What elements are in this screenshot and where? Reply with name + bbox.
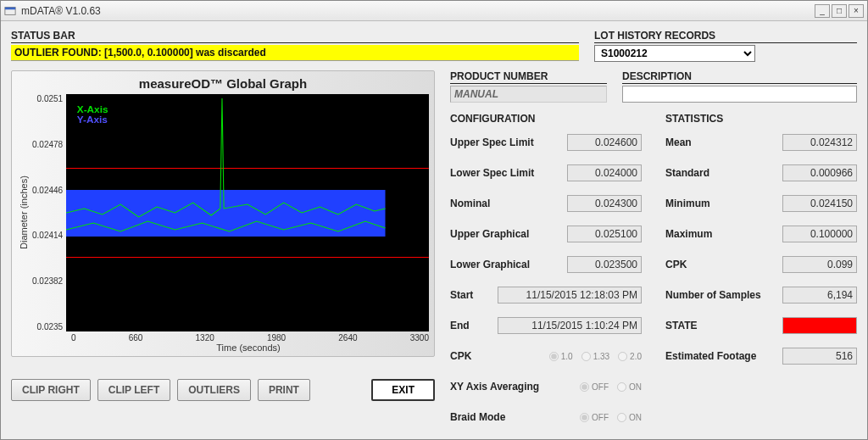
y-ticks: 0.02510.024780.024460.024140.023820.0235: [31, 94, 66, 331]
chart-legend: X-Axis Y-Axis: [77, 104, 108, 125]
config-heading: CONFIGURATION: [450, 113, 642, 125]
std-label: Standard: [665, 167, 709, 179]
app-window: mDATA® V1.0.63 _ □ × STATUS BAR OUTLIER …: [0, 0, 868, 440]
config-column: CONFIGURATION Upper Spec Limit0.024600 L…: [450, 113, 642, 438]
max-label: Maximum: [665, 228, 712, 240]
nominal-label: Nominal: [450, 198, 490, 209]
xyavg-radio-group: OFF ON: [580, 382, 642, 392]
description-field[interactable]: [622, 86, 857, 103]
lot-history-select[interactable]: S1000212: [594, 45, 755, 62]
x-axis-label: Time (seconds): [17, 343, 429, 353]
titlebar: mDATA® V1.0.63 _ □ ×: [1, 1, 867, 21]
chart-plot: X-Axis Y-Axis: [66, 94, 429, 331]
min-value: 0.024150: [782, 195, 857, 212]
exit-button[interactable]: EXIT: [371, 379, 435, 401]
description-heading: DESCRIPTION: [622, 70, 857, 84]
outliers-button[interactable]: OUTLIERS: [177, 379, 251, 401]
close-button[interactable]: ×: [849, 4, 864, 18]
std-value: 0.000966: [782, 164, 857, 181]
nominal-value: 0.024300: [567, 195, 642, 212]
state-label: STATE: [665, 320, 698, 331]
app-icon: [4, 5, 16, 17]
cpk-stat-value: 0.099: [782, 256, 857, 273]
cpk-opt-1[interactable]: [549, 352, 559, 361]
ugl-label: Upper Graphical: [450, 228, 529, 240]
cpk-opt-2[interactable]: [581, 352, 591, 361]
chart-title: measureOD™ Global Graph: [17, 76, 429, 91]
max-value: 0.100000: [782, 226, 857, 242]
footage-value: 516: [782, 348, 857, 365]
min-label: Minimum: [665, 198, 710, 209]
xyavg-on[interactable]: [617, 382, 626, 392]
usl-value: 0.024600: [567, 134, 642, 151]
cpk-config-label: CPK: [450, 350, 471, 362]
xyavg-label: XY Axis Averaging: [450, 381, 539, 393]
window-title: mDATA® V1.0.63: [21, 5, 101, 17]
samples-value: 6,194: [782, 287, 857, 304]
braid-off[interactable]: [580, 413, 589, 422]
lot-history-heading: LOT HISTORY RECORDS: [594, 30, 857, 43]
lgl-label: Lower Graphical: [450, 259, 530, 270]
print-button[interactable]: PRINT: [258, 379, 310, 401]
mean-value: 0.024312: [782, 134, 857, 151]
right-panel: PRODUCT NUMBER MANUAL DESCRIPTION CONFIG…: [450, 70, 857, 436]
xyavg-off[interactable]: [580, 382, 589, 392]
chart-panel: measureOD™ Global Graph Diameter (inches…: [11, 70, 435, 436]
y-axis-label: Diameter (inches): [17, 94, 31, 331]
usl-label: Upper Spec Limit: [450, 136, 534, 148]
chart-frame: measureOD™ Global Graph Diameter (inches…: [11, 70, 435, 357]
state-indicator: [782, 317, 857, 334]
footage-label: Estimated Footage: [665, 350, 756, 362]
product-number-value: MANUAL: [450, 86, 607, 103]
status-bar-message: OUTLIER FOUND: [1,500.0, 0.100000] was d…: [11, 45, 579, 61]
braid-label: Braid Mode: [450, 411, 505, 423]
svg-rect-1: [5, 7, 15, 9]
end-value: 11/15/2015 1:10:24 PM: [498, 317, 642, 334]
clip-left-button[interactable]: CLIP LEFT: [97, 379, 170, 401]
lsl-label: Lower Spec Limit: [450, 167, 534, 179]
lsl-value: 0.024000: [567, 164, 642, 181]
start-label: Start: [450, 289, 473, 301]
cpk-stat-label: CPK: [665, 259, 687, 270]
end-label: End: [450, 320, 470, 331]
stats-column: STATISTICS Mean0.024312 Standard0.000966…: [665, 113, 857, 438]
window-controls: _ □ ×: [815, 4, 864, 18]
minimize-button[interactable]: _: [815, 4, 830, 18]
mean-label: Mean: [665, 136, 692, 148]
maximize-button[interactable]: □: [832, 4, 847, 18]
stats-heading: STATISTICS: [665, 113, 857, 125]
cpk-opt-3[interactable]: [618, 352, 627, 361]
cpk-radio-group: 1.0 1.33 2.0: [549, 352, 642, 361]
ugl-value: 0.025100: [567, 226, 642, 242]
product-number-heading: PRODUCT NUMBER: [450, 70, 607, 84]
clip-right-button[interactable]: CLIP RIGHT: [11, 379, 91, 401]
x-ticks: 06601320198026403300: [17, 331, 429, 343]
samples-label: Number of Samples: [665, 289, 761, 301]
start-value: 11/15/2015 12:18:03 PM: [498, 287, 642, 304]
braid-radio-group: OFF ON: [580, 413, 642, 422]
braid-on[interactable]: [617, 413, 626, 422]
lgl-value: 0.023500: [567, 256, 642, 273]
status-bar-heading: STATUS BAR: [11, 30, 579, 43]
